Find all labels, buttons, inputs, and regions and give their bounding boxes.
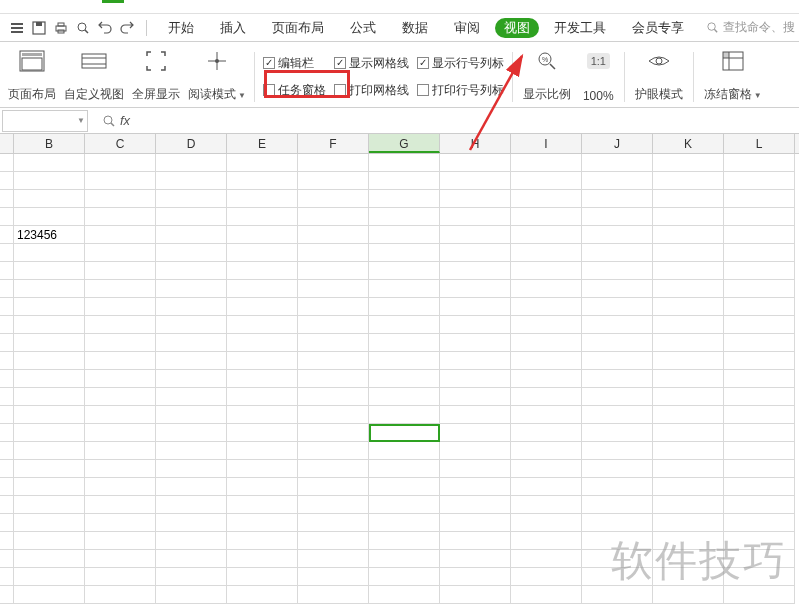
cell[interactable] bbox=[582, 532, 653, 550]
cell[interactable] bbox=[440, 226, 511, 244]
cell[interactable] bbox=[369, 388, 440, 406]
cell[interactable] bbox=[85, 460, 156, 478]
cell[interactable] bbox=[369, 334, 440, 352]
cell[interactable] bbox=[582, 226, 653, 244]
cell[interactable] bbox=[0, 442, 14, 460]
cell[interactable] bbox=[298, 226, 369, 244]
cell[interactable] bbox=[0, 586, 14, 604]
cell[interactable] bbox=[14, 424, 85, 442]
cell[interactable] bbox=[511, 208, 582, 226]
cell[interactable] bbox=[227, 406, 298, 424]
cell[interactable] bbox=[156, 442, 227, 460]
cell[interactable] bbox=[227, 244, 298, 262]
cell[interactable] bbox=[582, 406, 653, 424]
cell[interactable] bbox=[369, 280, 440, 298]
cell[interactable] bbox=[724, 316, 795, 334]
cell[interactable] bbox=[14, 478, 85, 496]
cell[interactable] bbox=[85, 514, 156, 532]
cell[interactable] bbox=[156, 316, 227, 334]
cell[interactable] bbox=[156, 352, 227, 370]
cell[interactable] bbox=[440, 370, 511, 388]
cell[interactable] bbox=[440, 154, 511, 172]
cell[interactable] bbox=[14, 334, 85, 352]
cell[interactable] bbox=[85, 442, 156, 460]
cell[interactable] bbox=[511, 442, 582, 460]
cell[interactable] bbox=[298, 172, 369, 190]
cell[interactable] bbox=[724, 388, 795, 406]
cell[interactable] bbox=[724, 208, 795, 226]
cell[interactable] bbox=[369, 298, 440, 316]
cell[interactable] bbox=[14, 550, 85, 568]
cell[interactable] bbox=[14, 388, 85, 406]
checkbox-task-pane[interactable]: 任务窗格 bbox=[263, 82, 326, 99]
column-header[interactable]: C bbox=[85, 134, 156, 153]
tab-insert[interactable]: 插入 bbox=[209, 14, 257, 42]
cell[interactable] bbox=[227, 208, 298, 226]
cell[interactable] bbox=[724, 190, 795, 208]
cell[interactable] bbox=[440, 316, 511, 334]
cell[interactable] bbox=[724, 262, 795, 280]
cell[interactable] bbox=[582, 388, 653, 406]
cell[interactable] bbox=[14, 280, 85, 298]
cell[interactable] bbox=[227, 388, 298, 406]
cell[interactable] bbox=[369, 406, 440, 424]
cell[interactable] bbox=[653, 226, 724, 244]
cell[interactable] bbox=[298, 334, 369, 352]
cell[interactable] bbox=[511, 424, 582, 442]
cell[interactable] bbox=[156, 244, 227, 262]
preview-icon[interactable] bbox=[74, 19, 92, 37]
cell[interactable] bbox=[582, 280, 653, 298]
cell[interactable] bbox=[582, 424, 653, 442]
cell[interactable] bbox=[369, 550, 440, 568]
cell[interactable] bbox=[653, 406, 724, 424]
cell[interactable] bbox=[369, 496, 440, 514]
checkbox-edit-bar[interactable]: 编辑栏 bbox=[263, 55, 326, 72]
cell[interactable] bbox=[653, 298, 724, 316]
cell[interactable] bbox=[440, 514, 511, 532]
cell[interactable] bbox=[298, 370, 369, 388]
tab-start[interactable]: 开始 bbox=[157, 14, 205, 42]
cell[interactable] bbox=[440, 550, 511, 568]
cell[interactable] bbox=[156, 586, 227, 604]
cell[interactable] bbox=[653, 208, 724, 226]
cell[interactable] bbox=[298, 586, 369, 604]
cell[interactable] bbox=[14, 442, 85, 460]
cell[interactable] bbox=[369, 586, 440, 604]
column-header[interactable]: D bbox=[156, 134, 227, 153]
cell[interactable] bbox=[724, 172, 795, 190]
cell[interactable] bbox=[14, 586, 85, 604]
cell[interactable] bbox=[653, 478, 724, 496]
cell[interactable] bbox=[156, 172, 227, 190]
cell[interactable] bbox=[724, 496, 795, 514]
cell[interactable] bbox=[582, 172, 653, 190]
cell[interactable] bbox=[369, 262, 440, 280]
cell[interactable] bbox=[227, 550, 298, 568]
cell[interactable] bbox=[85, 352, 156, 370]
cell[interactable] bbox=[0, 514, 14, 532]
cell[interactable] bbox=[440, 190, 511, 208]
cell[interactable] bbox=[156, 388, 227, 406]
cell[interactable] bbox=[85, 316, 156, 334]
cell[interactable] bbox=[724, 154, 795, 172]
cell[interactable] bbox=[14, 532, 85, 550]
cell[interactable] bbox=[0, 172, 14, 190]
cell[interactable] bbox=[369, 208, 440, 226]
cell[interactable] bbox=[724, 280, 795, 298]
cell[interactable] bbox=[156, 514, 227, 532]
column-header[interactable]: L bbox=[724, 134, 795, 153]
tab-data[interactable]: 数据 bbox=[391, 14, 439, 42]
checkbox-print-headings[interactable]: 打印行号列标 bbox=[417, 82, 504, 99]
cell[interactable] bbox=[440, 172, 511, 190]
cell[interactable] bbox=[511, 190, 582, 208]
column-header[interactable]: J bbox=[582, 134, 653, 153]
zoom-100-button[interactable]: 1:1 100% bbox=[577, 47, 620, 107]
cell[interactable] bbox=[511, 172, 582, 190]
cell[interactable] bbox=[724, 370, 795, 388]
cell[interactable] bbox=[582, 478, 653, 496]
cell[interactable] bbox=[85, 388, 156, 406]
cell[interactable] bbox=[440, 424, 511, 442]
cell[interactable] bbox=[653, 460, 724, 478]
cell[interactable] bbox=[724, 550, 795, 568]
cell[interactable] bbox=[85, 424, 156, 442]
cell[interactable] bbox=[511, 568, 582, 586]
